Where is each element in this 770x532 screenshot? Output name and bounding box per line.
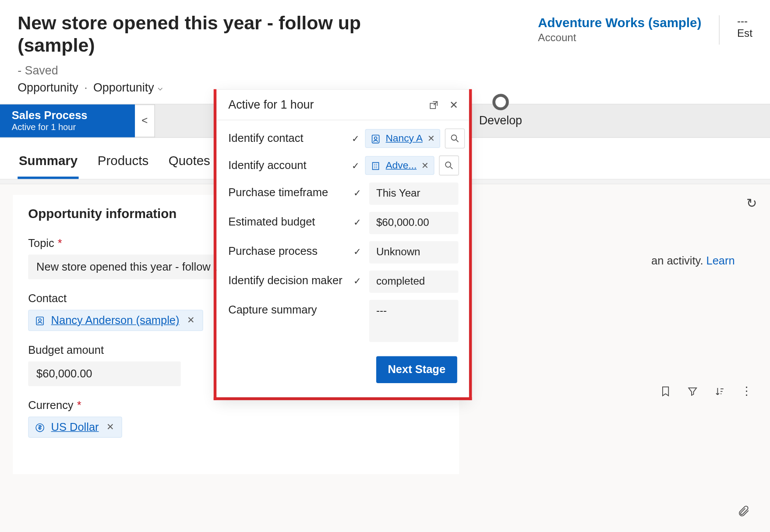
record-header: New store opened this year - follow up (… xyxy=(0,0,770,100)
sort-icon[interactable] xyxy=(713,384,725,398)
attachment-icon[interactable] xyxy=(737,502,750,519)
check-icon: ✓ xyxy=(352,155,359,171)
budget-input[interactable]: $60,000.00 xyxy=(28,361,180,386)
account-icon xyxy=(371,159,381,171)
svg-point-8 xyxy=(445,162,451,167)
estimated-budget-label: Estimated budget xyxy=(228,212,346,229)
est-close-partial: Est xyxy=(737,28,752,40)
popout-icon[interactable] xyxy=(428,98,439,111)
svg-rect-7 xyxy=(373,162,379,169)
tab-summary[interactable]: Summary xyxy=(18,149,79,179)
bpf-collapse-button[interactable]: < xyxy=(135,104,155,137)
header-right: Adventure Works (sample) Account --- Est xyxy=(538,12,752,45)
stage-node-future-icon xyxy=(492,94,509,110)
capture-summary-value[interactable]: --- xyxy=(369,300,459,342)
svg-point-1 xyxy=(39,319,41,321)
tab-products[interactable]: Products xyxy=(96,149,150,179)
svg-rect-0 xyxy=(36,317,43,325)
header-dashes: --- xyxy=(737,15,752,28)
bpf-process-name: Sales Process xyxy=(12,109,124,122)
activity-hint: an activity. Learn xyxy=(651,254,735,267)
tab-quotes[interactable]: Quotes xyxy=(167,149,211,179)
row-capture-summary: Capture summary --- xyxy=(228,300,458,342)
account-link[interactable]: Adventure Works (sample) xyxy=(538,15,701,30)
check-empty xyxy=(352,300,364,305)
contact-label: Contact xyxy=(28,292,67,305)
row-estimated-budget: Estimated budget ✓ $60,000.00 xyxy=(228,212,458,234)
check-icon: ✓ xyxy=(352,212,364,228)
svg-point-5 xyxy=(374,137,377,139)
currency-label: Currency xyxy=(28,399,73,412)
identify-contact-label: Identify contact xyxy=(228,128,346,145)
search-icon[interactable] xyxy=(439,155,459,176)
required-indicator: * xyxy=(77,399,81,412)
search-icon[interactable] xyxy=(445,128,465,148)
identify-account-chip[interactable]: Adve... ✕ xyxy=(365,156,434,175)
flyout-title: Active for 1 hour xyxy=(228,98,428,112)
form-selector[interactable]: Opportunity ⌵ xyxy=(93,81,162,95)
svg-rect-4 xyxy=(372,135,379,143)
check-icon: ✓ xyxy=(352,241,364,257)
remove-contact-icon[interactable]: ✕ xyxy=(185,315,196,326)
currency-lookup-chip[interactable]: US Dollar ✕ xyxy=(28,416,122,437)
check-icon: ✓ xyxy=(352,271,364,286)
stage-name: Develop xyxy=(479,114,522,127)
field-currency: Currency * US Dollar ✕ xyxy=(28,399,444,437)
identify-decision-maker-label: Identify decision maker xyxy=(228,271,346,287)
vertical-divider xyxy=(719,15,719,45)
purchase-process-label: Purchase process xyxy=(228,241,346,258)
estimated-budget-value[interactable]: $60,000.00 xyxy=(369,212,459,234)
currency-icon xyxy=(35,420,45,433)
purchase-timeframe-value[interactable]: This Year xyxy=(369,183,459,205)
entity-name: Opportunity xyxy=(18,81,78,95)
row-purchase-process: Purchase process ✓ Unknown xyxy=(228,241,458,264)
check-icon: ✓ xyxy=(352,183,364,198)
chevron-down-icon: ⌵ xyxy=(158,83,162,92)
required-indicator: * xyxy=(58,237,62,250)
form-selector-label: Opportunity xyxy=(93,81,154,95)
close-icon[interactable]: ✕ xyxy=(449,98,458,111)
header-left: New store opened this year - follow up (… xyxy=(18,12,417,95)
row-identify-contact: Identify contact ✓ Nancy A ✕ xyxy=(228,128,458,148)
bookmark-icon[interactable] xyxy=(660,384,671,398)
row-identify-account: Identify account ✓ Adve... ✕ xyxy=(228,155,458,176)
separator-dot: · xyxy=(84,81,87,95)
row-identify-decision-maker: Identify decision maker ✓ completed xyxy=(228,271,458,293)
identify-account-link[interactable]: Adve... xyxy=(385,159,417,171)
identify-decision-maker-value[interactable]: completed xyxy=(369,271,459,293)
currency-link[interactable]: US Dollar xyxy=(51,420,99,433)
next-stage-button[interactable]: Next Stage xyxy=(376,356,457,383)
contact-icon xyxy=(371,133,381,144)
bpf-process-label: Sales Process Active for 1 hour < xyxy=(0,104,155,137)
capture-summary-label: Capture summary xyxy=(228,300,346,317)
learn-link[interactable]: Learn xyxy=(706,254,735,267)
identify-account-label: Identify account xyxy=(228,155,346,172)
contact-icon xyxy=(35,314,45,327)
bpf-process-duration: Active for 1 hour xyxy=(12,122,124,132)
row-purchase-timeframe: Purchase timeframe ✓ This Year xyxy=(228,183,458,205)
check-icon: ✓ xyxy=(352,128,359,144)
budget-label: Budget amount xyxy=(28,344,104,356)
filter-icon[interactable] xyxy=(687,384,699,398)
account-label: Account xyxy=(538,32,701,44)
remove-icon[interactable]: ✕ xyxy=(427,133,435,144)
more-icon[interactable]: ⋮ xyxy=(741,384,752,398)
identify-contact-link[interactable]: Nancy A xyxy=(385,133,423,144)
stage-flyout: Active for 1 hour ✕ Identify contact ✓ xyxy=(216,89,469,398)
remove-icon[interactable]: ✕ xyxy=(421,160,429,171)
save-status: - Saved xyxy=(18,64,58,78)
svg-point-6 xyxy=(452,135,457,140)
activity-hint-text: an activity. xyxy=(651,254,706,267)
refresh-icon[interactable]: ↻ xyxy=(746,196,757,211)
timeline-toolbar: ⋮ xyxy=(660,384,752,398)
topic-label: Topic xyxy=(28,237,54,250)
contact-link[interactable]: Nancy Anderson (sample) xyxy=(51,314,180,327)
purchase-process-value[interactable]: Unknown xyxy=(369,241,459,264)
remove-currency-icon[interactable]: ✕ xyxy=(105,421,116,432)
page-title: New store opened this year - follow up (… xyxy=(18,12,417,57)
stage-flyout-highlight: Active for 1 hour ✕ Identify contact ✓ xyxy=(214,89,472,400)
purchase-timeframe-label: Purchase timeframe xyxy=(228,183,346,199)
identify-contact-chip[interactable]: Nancy A ✕ xyxy=(365,129,440,148)
contact-lookup-chip[interactable]: Nancy Anderson (sample) ✕ xyxy=(28,310,203,331)
